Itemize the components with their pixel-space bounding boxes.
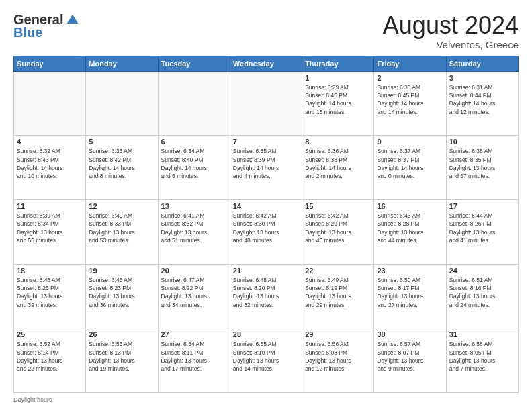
day-cell: 19Sunrise: 6:46 AMSunset: 8:23 PMDayligh… bbox=[86, 264, 158, 328]
day-info: Sunrise: 6:41 AMSunset: 8:32 PMDaylight:… bbox=[161, 212, 227, 244]
day-info: Sunrise: 6:42 AMSunset: 8:30 PMDaylight:… bbox=[233, 212, 299, 244]
footer: Daylight hours bbox=[13, 396, 519, 403]
day-cell: 18Sunrise: 6:45 AMSunset: 8:25 PMDayligh… bbox=[14, 264, 86, 328]
day-cell bbox=[158, 71, 230, 136]
day-cell: 14Sunrise: 6:42 AMSunset: 8:30 PMDayligh… bbox=[230, 199, 302, 264]
day-number: 12 bbox=[89, 202, 154, 210]
day-cell: 21Sunrise: 6:48 AMSunset: 8:20 PMDayligh… bbox=[230, 264, 302, 328]
day-info: Sunrise: 6:47 AMSunset: 8:22 PMDaylight:… bbox=[161, 276, 227, 309]
day-cell: 25Sunrise: 6:52 AMSunset: 8:14 PMDayligh… bbox=[14, 328, 86, 393]
day-number: 20 bbox=[161, 267, 227, 275]
day-info: Sunrise: 6:36 AMSunset: 8:38 PMDaylight:… bbox=[305, 147, 371, 180]
day-number: 5 bbox=[89, 138, 154, 146]
day-info: Sunrise: 6:56 AMSunset: 8:08 PMDaylight:… bbox=[305, 340, 371, 373]
day-info: Sunrise: 6:52 AMSunset: 8:14 PMDaylight:… bbox=[17, 340, 83, 373]
day-number: 31 bbox=[449, 330, 515, 338]
day-info: Sunrise: 6:51 AMSunset: 8:16 PMDaylight:… bbox=[449, 276, 515, 309]
day-cell: 23Sunrise: 6:50 AMSunset: 8:17 PMDayligh… bbox=[374, 264, 446, 328]
col-header-tuesday: Tuesday bbox=[158, 56, 230, 71]
day-info: Sunrise: 6:44 AMSunset: 8:26 PMDaylight:… bbox=[449, 212, 515, 244]
day-number: 22 bbox=[305, 267, 371, 275]
day-number: 7 bbox=[233, 138, 299, 146]
day-info: Sunrise: 6:35 AMSunset: 8:39 PMDaylight:… bbox=[233, 147, 299, 180]
day-number: 10 bbox=[449, 138, 515, 146]
day-number: 8 bbox=[305, 138, 371, 146]
day-number: 3 bbox=[449, 74, 515, 82]
day-number: 28 bbox=[233, 330, 299, 338]
day-cell: 2Sunrise: 6:30 AMSunset: 8:45 PMDaylight… bbox=[374, 71, 446, 136]
day-cell: 29Sunrise: 6:56 AMSunset: 8:08 PMDayligh… bbox=[302, 328, 374, 393]
day-number: 15 bbox=[305, 202, 371, 210]
day-cell: 26Sunrise: 6:53 AMSunset: 8:13 PMDayligh… bbox=[86, 328, 158, 393]
day-cell: 9Sunrise: 6:37 AMSunset: 8:37 PMDaylight… bbox=[374, 136, 446, 200]
week-row: 11Sunrise: 6:39 AMSunset: 8:34 PMDayligh… bbox=[14, 199, 519, 264]
week-row: 1Sunrise: 6:29 AMSunset: 8:46 PMDaylight… bbox=[14, 71, 519, 136]
subtitle: Velventos, Greece bbox=[383, 39, 519, 50]
day-cell: 5Sunrise: 6:33 AMSunset: 8:42 PMDaylight… bbox=[86, 136, 158, 200]
day-cell: 6Sunrise: 6:34 AMSunset: 8:40 PMDaylight… bbox=[158, 136, 230, 200]
day-number: 1 bbox=[305, 74, 371, 82]
logo-icon bbox=[66, 13, 79, 27]
calendar: SundayMondayTuesdayWednesdayThursdayFrid… bbox=[13, 56, 519, 393]
day-number: 17 bbox=[449, 202, 515, 210]
day-cell: 11Sunrise: 6:39 AMSunset: 8:34 PMDayligh… bbox=[14, 199, 86, 264]
day-number: 16 bbox=[377, 202, 443, 210]
month-title: August 2024 bbox=[383, 12, 519, 39]
day-number: 14 bbox=[233, 202, 299, 210]
logo-blue: Blue bbox=[13, 25, 42, 40]
day-cell: 13Sunrise: 6:41 AMSunset: 8:32 PMDayligh… bbox=[158, 199, 230, 264]
col-header-sunday: Sunday bbox=[14, 56, 86, 71]
header-row: SundayMondayTuesdayWednesdayThursdayFrid… bbox=[14, 56, 519, 71]
day-cell: 22Sunrise: 6:49 AMSunset: 8:19 PMDayligh… bbox=[302, 264, 374, 328]
day-cell: 30Sunrise: 6:57 AMSunset: 8:07 PMDayligh… bbox=[374, 328, 446, 393]
day-info: Sunrise: 6:34 AMSunset: 8:40 PMDaylight:… bbox=[161, 147, 227, 180]
day-number: 6 bbox=[161, 138, 227, 146]
day-info: Sunrise: 6:31 AMSunset: 8:44 PMDaylight:… bbox=[449, 83, 515, 116]
day-number: 27 bbox=[161, 330, 227, 338]
day-info: Sunrise: 6:33 AMSunset: 8:42 PMDaylight:… bbox=[89, 147, 154, 180]
day-info: Sunrise: 6:29 AMSunset: 8:46 PMDaylight:… bbox=[305, 83, 371, 116]
day-cell: 31Sunrise: 6:58 AMSunset: 8:05 PMDayligh… bbox=[446, 328, 518, 393]
col-header-friday: Friday bbox=[374, 56, 446, 71]
day-number: 30 bbox=[377, 330, 443, 338]
col-header-saturday: Saturday bbox=[446, 56, 518, 71]
svg-marker-0 bbox=[67, 14, 79, 23]
col-header-wednesday: Wednesday bbox=[230, 56, 302, 71]
day-cell: 15Sunrise: 6:42 AMSunset: 8:29 PMDayligh… bbox=[302, 199, 374, 264]
day-info: Sunrise: 6:45 AMSunset: 8:25 PMDaylight:… bbox=[17, 276, 83, 309]
day-info: Sunrise: 6:43 AMSunset: 8:28 PMDaylight:… bbox=[377, 212, 443, 244]
day-info: Sunrise: 6:42 AMSunset: 8:29 PMDaylight:… bbox=[305, 212, 371, 244]
day-number: 18 bbox=[17, 267, 83, 275]
day-number: 26 bbox=[89, 330, 154, 338]
day-number: 9 bbox=[377, 138, 443, 146]
col-header-monday: Monday bbox=[86, 56, 158, 71]
day-cell bbox=[230, 71, 302, 136]
title-block: August 2024 Velventos, Greece bbox=[383, 12, 519, 50]
day-info: Sunrise: 6:57 AMSunset: 8:07 PMDaylight:… bbox=[377, 340, 443, 373]
day-cell: 27Sunrise: 6:54 AMSunset: 8:11 PMDayligh… bbox=[158, 328, 230, 393]
day-info: Sunrise: 6:30 AMSunset: 8:45 PMDaylight:… bbox=[377, 83, 443, 116]
day-info: Sunrise: 6:39 AMSunset: 8:34 PMDaylight:… bbox=[17, 212, 83, 244]
day-info: Sunrise: 6:46 AMSunset: 8:23 PMDaylight:… bbox=[89, 276, 154, 309]
day-cell bbox=[14, 71, 86, 136]
day-number: 24 bbox=[449, 267, 515, 275]
day-cell: 16Sunrise: 6:43 AMSunset: 8:28 PMDayligh… bbox=[374, 199, 446, 264]
week-row: 25Sunrise: 6:52 AMSunset: 8:14 PMDayligh… bbox=[14, 328, 519, 393]
day-number: 23 bbox=[377, 267, 443, 275]
day-cell: 12Sunrise: 6:40 AMSunset: 8:33 PMDayligh… bbox=[86, 199, 158, 264]
day-info: Sunrise: 6:32 AMSunset: 8:43 PMDaylight:… bbox=[17, 147, 83, 180]
day-info: Sunrise: 6:55 AMSunset: 8:10 PMDaylight:… bbox=[233, 340, 299, 373]
day-info: Sunrise: 6:49 AMSunset: 8:19 PMDaylight:… bbox=[305, 276, 371, 309]
col-header-thursday: Thursday bbox=[302, 56, 374, 71]
day-info: Sunrise: 6:48 AMSunset: 8:20 PMDaylight:… bbox=[233, 276, 299, 309]
day-number: 4 bbox=[17, 138, 83, 146]
day-number: 11 bbox=[17, 202, 83, 210]
day-info: Sunrise: 6:53 AMSunset: 8:13 PMDaylight:… bbox=[89, 340, 154, 373]
day-number: 2 bbox=[377, 74, 443, 82]
day-info: Sunrise: 6:58 AMSunset: 8:05 PMDaylight:… bbox=[449, 340, 515, 373]
day-cell: 1Sunrise: 6:29 AMSunset: 8:46 PMDaylight… bbox=[302, 71, 374, 136]
header: General Blue August 2024 Velventos, Gree… bbox=[13, 12, 519, 50]
week-row: 18Sunrise: 6:45 AMSunset: 8:25 PMDayligh… bbox=[14, 264, 519, 328]
day-info: Sunrise: 6:50 AMSunset: 8:17 PMDaylight:… bbox=[377, 276, 443, 309]
day-cell bbox=[86, 71, 158, 136]
